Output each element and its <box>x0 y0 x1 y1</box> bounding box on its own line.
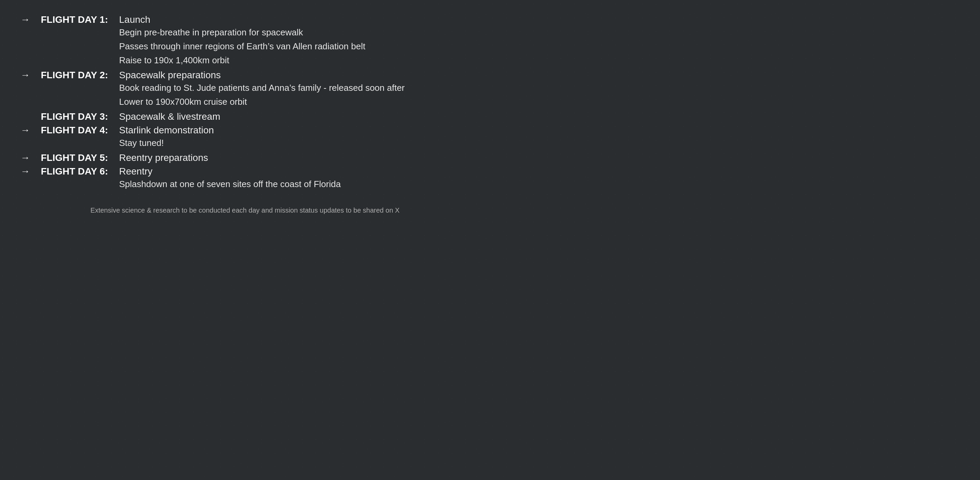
day-label-day1: FLIGHT DAY 1: <box>41 14 119 25</box>
day-label-day2: FLIGHT DAY 2: <box>41 69 119 81</box>
day-label-day4: FLIGHT DAY 4: <box>41 124 119 136</box>
activity-day4: Starlink demonstration <box>119 124 214 136</box>
flight-schedule: →FLIGHT DAY 1:LaunchBegin pre-breathe in… <box>21 14 469 193</box>
sub-item-day1-0: Begin pre-breathe in preparation for spa… <box>119 26 303 39</box>
arrow-day5: → <box>21 152 41 163</box>
flight-entry-day6: →FLIGHT DAY 6:ReentrySplashdown at one o… <box>21 165 469 191</box>
sub-item-day2-1: Lower to 190x700km cruise orbit <box>119 95 247 108</box>
sub-item-day6-0: Splashdown at one of seven sites off the… <box>119 178 340 191</box>
main-content: →FLIGHT DAY 1:LaunchBegin pre-breathe in… <box>21 14 469 214</box>
day-label-day3: FLIGHT DAY 3: <box>41 111 119 122</box>
flight-entry-day5: →FLIGHT DAY 5:Reentry preparations <box>21 152 469 163</box>
arrow-day2: → <box>21 69 41 81</box>
arrow-day1: → <box>21 14 41 25</box>
sub-item-day2-0: Book reading to St. Jude patients and An… <box>119 81 404 95</box>
flight-entry-day4: →FLIGHT DAY 4:Starlink demonstrationStay… <box>21 124 469 150</box>
activity-day2: Spacewalk preparations <box>119 69 221 81</box>
arrow-day3 <box>21 111 41 111</box>
activity-day6: Reentry <box>119 165 153 177</box>
activity-day3: Spacewalk & livestream <box>119 111 220 122</box>
activity-day1: Launch <box>119 14 150 25</box>
footer-note: Extensive science & research to be condu… <box>21 207 469 214</box>
arrow-day6: → <box>21 165 41 177</box>
day-label-day5: FLIGHT DAY 5: <box>41 152 119 163</box>
activity-day5: Reentry preparations <box>119 152 208 163</box>
day-label-day6: FLIGHT DAY 6: <box>41 165 119 177</box>
sub-item-day1-2: Raise to 190x 1,400km orbit <box>119 54 229 67</box>
arrow-day4: → <box>21 124 41 136</box>
flight-entry-day3: FLIGHT DAY 3:Spacewalk & livestream <box>21 111 469 122</box>
sub-item-day1-1: Passes through inner regions of Earth’s … <box>119 40 366 53</box>
flight-entry-day1: →FLIGHT DAY 1:LaunchBegin pre-breathe in… <box>21 14 469 67</box>
sub-item-day4-0: Stay tuned! <box>119 137 164 150</box>
flight-entry-day2: →FLIGHT DAY 2:Spacewalk preparationsBook… <box>21 69 469 108</box>
